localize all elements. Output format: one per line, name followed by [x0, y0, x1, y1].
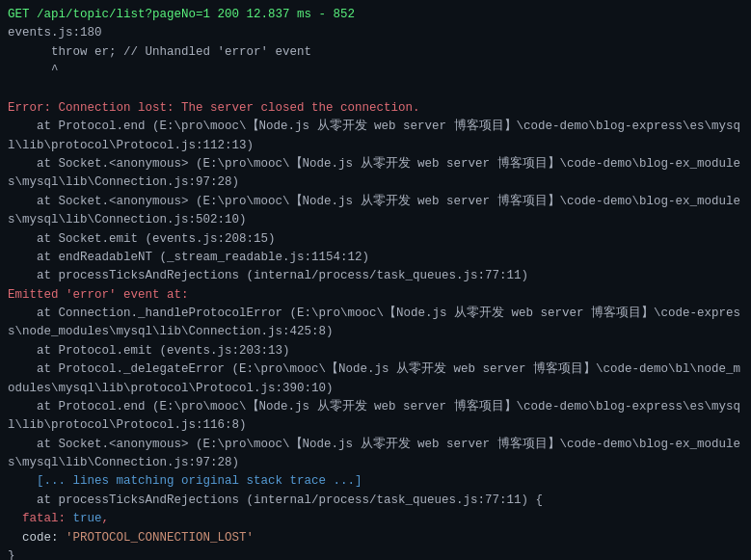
line-2: events.js:180	[8, 24, 743, 42]
line-4: ^	[8, 62, 743, 80]
line-20: at processTicksAndRejections (internal/p…	[8, 492, 743, 510]
line-9: at Socket.<anonymous> (E:\pro\mooc\【Node…	[8, 193, 743, 230]
line-1: GET /api/topic/list?pageNo=1 200 12.837 …	[8, 6, 743, 24]
line-5	[8, 81, 743, 99]
line-12: at processTicksAndRejections (internal/p…	[8, 267, 743, 285]
line-17: at Protocol.end (E:\pro\mooc\【Node.js 从零…	[8, 398, 743, 436]
line-8: at Socket.<anonymous> (E:\pro\mooc\【Node…	[8, 155, 743, 193]
line-19-matching: [... lines matching original stack trace…	[8, 472, 743, 491]
line-7: at Protocol.end (E:\pro\mooc\【Node.js 从零…	[8, 118, 743, 155]
line-11: at endReadableNT (_stream_readable.js:11…	[8, 249, 743, 267]
line-22-code: code: 'PROTOCOL_CONNECTION_LOST'	[8, 529, 743, 547]
line-10: at Socket.emit (events.js:208:15)	[8, 230, 743, 249]
line-21-fatal: fatal: true,	[8, 510, 743, 528]
line-18: at Socket.<anonymous> (E:\pro\mooc\【Node…	[8, 436, 743, 473]
line-23-closing-brace: }	[8, 547, 743, 560]
line-16: at Protocol._delegateError (E:\pro\mooc\…	[8, 360, 743, 398]
line-6-error-title: Error: Connection lost: The server close…	[8, 99, 743, 118]
line-14: at Connection._handleProtocolError (E:\p…	[8, 305, 743, 342]
line-15: at Protocol.emit (events.js:203:13)	[8, 342, 743, 360]
line-13-emitted: Emitted 'error' event at:	[8, 286, 743, 305]
terminal-window: GET /api/topic/list?pageNo=1 200 12.837 …	[0, 0, 751, 560]
line-3: throw er; // Unhandled 'error' event	[8, 43, 743, 62]
